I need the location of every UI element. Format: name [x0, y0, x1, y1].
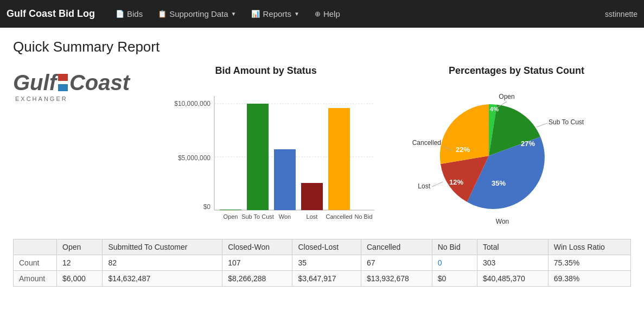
logo-area: Gulf Coast Exchanger — [13, 71, 130, 102]
chevron-down-icon: ▼ — [294, 11, 299, 17]
pct-lost: 12% — [449, 178, 463, 186]
bar-chart-svg: $10,000,000 $5,000,000 $0 Open Sub To Cu… — [152, 80, 380, 226]
navbar: Gulf Coast Bid Log 📄 Bids 📋 Supporting D… — [0, 0, 644, 28]
th-ratio: Win Loss Ratio — [548, 239, 630, 255]
th-total: Total — [477, 239, 549, 255]
bar-cancelled — [328, 108, 350, 210]
bar-lost — [301, 183, 323, 210]
cell-amount-nobid: $0 — [432, 271, 477, 287]
nav-supporting-data[interactable]: 📋 Supporting Data ▼ — [150, 0, 244, 28]
cell-amount-lost: $3,647,917 — [292, 271, 361, 287]
bar-open — [220, 210, 241, 210]
th-cancelled: Cancelled — [361, 239, 432, 255]
table-row-amount: Amount $6,000 $14,632,487 $8,266,288 $3,… — [14, 271, 631, 287]
cell-count-nobid: 0 — [432, 255, 477, 271]
charts-row: Gulf Coast Exchanger Bid Amount by Statu… — [13, 65, 631, 228]
pct-won: 35% — [492, 179, 506, 187]
nav-help[interactable]: ⊕ Help — [307, 0, 348, 28]
pie-chart-svg: Open Sub To Cust 27% Won 35% Lost 12% Ca… — [402, 80, 586, 226]
logo-flag — [58, 74, 68, 91]
th-submitted: Submitted To Customer — [103, 239, 222, 255]
row-label-amount: Amount — [14, 271, 57, 287]
logo-coast: Coast — [69, 71, 130, 94]
bar-chart-title: Bid Amount by Status — [151, 65, 380, 77]
th-won: Closed-Won — [222, 239, 292, 255]
logo-sub: Exchanger — [15, 96, 68, 102]
summary-table: Open Submitted To Customer Closed-Won Cl… — [13, 239, 631, 287]
chevron-down-icon: ▼ — [231, 11, 237, 17]
label-won: Won — [496, 218, 509, 225]
help-icon: ⊕ — [315, 10, 321, 18]
pct-sub-to-cust: 27% — [521, 140, 535, 148]
pie-chart-title: Percentages by Status Count — [402, 65, 631, 77]
cell-amount-ratio: 69.38% — [548, 271, 630, 287]
supporting-data-icon: 📋 — [158, 10, 167, 18]
cell-amount-submitted: $14,632,487 — [103, 271, 222, 287]
cell-count-ratio: 75.35% — [548, 255, 630, 271]
cell-count-open: 12 — [57, 255, 103, 271]
th-empty — [14, 239, 57, 255]
table-row-count: Count 12 82 107 35 67 0 303 75.35% — [14, 255, 631, 271]
row-label-count: Count — [14, 255, 57, 271]
cell-count-won: 107 — [222, 255, 292, 271]
bar-chart-container: Bid Amount by Status $10,000,000 $5,000,… — [151, 65, 380, 226]
bids-icon: 📄 — [116, 10, 124, 18]
svg-text:Open: Open — [224, 213, 238, 220]
brand-title[interactable]: Gulf Coast Bid Log — [7, 8, 95, 20]
label-cancelled: Cancelled — [412, 139, 441, 147]
label-open: Open — [499, 93, 514, 100]
bar-won — [274, 149, 296, 210]
logo-gulf: Gulf — [13, 71, 56, 94]
label-lost: Lost — [418, 182, 430, 190]
cell-count-submitted: 82 — [103, 255, 222, 271]
cell-amount-won: $8,266,288 — [222, 271, 292, 287]
pie-chart-container: Percentages by Status Count — [402, 65, 631, 228]
pct-cancelled: 22% — [456, 145, 470, 154]
slice-cancelled — [440, 104, 489, 164]
pct-open: 4% — [490, 106, 499, 112]
svg-text:$10,000,000: $10,000,000 — [174, 100, 211, 107]
username: sstinnette — [605, 10, 637, 18]
page-content: Quick Summary Report Gulf Coast Exchange… — [0, 28, 644, 298]
svg-text:Cancelled: Cancelled — [326, 213, 353, 220]
nav-reports[interactable]: 📊 Reports ▼ — [244, 0, 307, 28]
svg-text:$0: $0 — [203, 203, 211, 211]
cell-count-total: 303 — [477, 255, 549, 271]
nav-bids[interactable]: 📄 Bids — [108, 0, 150, 28]
svg-text:Sub To Cust: Sub To Cust — [241, 213, 274, 220]
cell-amount-total: $40,485,370 — [477, 271, 549, 287]
page-title: Quick Summary Report — [13, 39, 631, 55]
svg-line-14 — [537, 123, 547, 127]
th-nobid: No Bid — [432, 239, 477, 255]
cell-amount-open: $6,000 — [57, 271, 103, 287]
cell-amount-cancelled: $13,932,678 — [361, 271, 432, 287]
reports-icon: 📊 — [251, 10, 260, 18]
th-open: Open — [57, 239, 103, 255]
th-lost: Closed-Lost — [292, 239, 361, 255]
cell-count-lost: 35 — [292, 255, 361, 271]
svg-text:No Bid: No Bid — [355, 213, 373, 220]
svg-text:$5,000,000: $5,000,000 — [178, 154, 211, 162]
svg-text:Lost: Lost — [307, 213, 318, 220]
label-sub-to-cust: Sub To Cust — [549, 118, 584, 126]
svg-line-15 — [432, 182, 443, 187]
svg-text:Won: Won — [279, 213, 291, 220]
bar-sub-to-cust — [247, 104, 269, 210]
cell-count-cancelled: 67 — [361, 255, 432, 271]
